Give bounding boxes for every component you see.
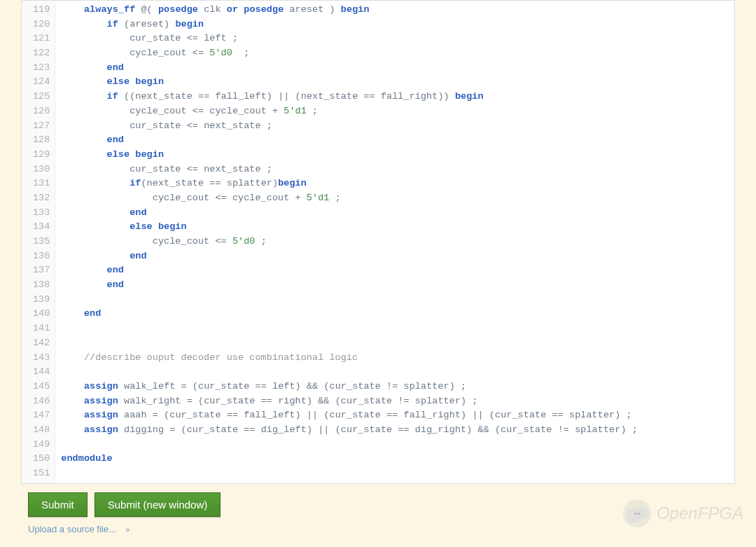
code-line[interactable] (61, 365, 729, 380)
code-line[interactable]: assign aaah = (cur_state == fall_left) |… (61, 408, 729, 423)
content-wrapper: 1191201211221231241251261271281291301311… (0, 0, 756, 534)
code-line[interactable]: end (61, 61, 729, 76)
line-number: 133 (33, 206, 50, 221)
code-line[interactable]: else begin (61, 148, 729, 162)
code-editor[interactable]: 1191201211221231241251261271281291301311… (21, 0, 735, 484)
code-line[interactable] (61, 466, 729, 481)
code-line[interactable]: if ((next_state == fall_left) || (next_s… (61, 90, 729, 104)
line-number: 128 (33, 133, 50, 148)
line-number: 136 (33, 249, 50, 264)
line-number: 139 (33, 293, 50, 307)
line-number: 124 (33, 75, 50, 90)
chevron-down-icon: » (125, 525, 130, 534)
code-line[interactable]: cur_state <= left ; (61, 32, 729, 46)
code-line[interactable]: else begin (61, 220, 729, 235)
code-line[interactable]: assign walk_left = (cur_state == left) &… (61, 380, 729, 394)
code-line[interactable]: end (61, 249, 729, 264)
line-number: 140 (33, 307, 50, 321)
code-line[interactable] (61, 293, 729, 307)
line-number: 121 (33, 32, 50, 46)
line-number: 134 (33, 220, 50, 235)
code-line[interactable]: end (61, 263, 729, 278)
line-number: 135 (33, 235, 50, 249)
line-number: 143 (33, 351, 50, 366)
line-number: 149 (33, 438, 50, 452)
page-container: 1191201211221231241251261271281291301311… (0, 0, 756, 547)
code-line[interactable]: cur_state <= next_state ; (61, 119, 729, 134)
line-number: 130 (33, 162, 50, 177)
line-number: 141 (33, 321, 50, 336)
line-number: 127 (33, 119, 50, 134)
code-line[interactable]: cycle_cout <= cycle_cout + 5'd1 ; (61, 104, 729, 119)
line-number: 122 (33, 46, 50, 61)
code-line[interactable]: always_ff @( posedge clk or posedge ares… (61, 3, 729, 18)
line-number: 148 (33, 423, 50, 438)
code-line[interactable]: end (61, 278, 729, 293)
line-number: 123 (33, 61, 50, 76)
code-line[interactable]: end (61, 206, 729, 221)
code-line[interactable]: else begin (61, 75, 729, 90)
code-line[interactable] (61, 336, 729, 351)
code-line[interactable]: cycle_cout <= 5'd0 ; (61, 46, 729, 61)
line-number: 151 (33, 466, 50, 481)
line-number: 126 (33, 104, 50, 119)
code-line[interactable]: assign digging = (cur_state == dig_left)… (61, 423, 729, 438)
line-number: 150 (33, 452, 50, 466)
code-line[interactable]: if(next_state == splatter)begin (61, 176, 729, 191)
line-number: 145 (33, 380, 50, 394)
code-line[interactable]: endmodule (61, 452, 729, 466)
line-number: 129 (33, 148, 50, 162)
submit-new-window-button[interactable]: Submit (new window) (94, 492, 221, 517)
submit-button[interactable]: Submit (28, 492, 88, 517)
upload-source-link[interactable]: Upload a source file... (28, 524, 116, 534)
line-number: 119 (33, 3, 50, 18)
line-number: 147 (33, 408, 50, 423)
code-lines[interactable]: always_ff @( posedge clk or posedge ares… (55, 1, 734, 483)
code-line[interactable] (61, 438, 729, 452)
line-number: 137 (33, 263, 50, 278)
upload-row: Upload a source file... » (28, 524, 735, 534)
line-number: 142 (33, 336, 50, 351)
code-line[interactable]: end (61, 133, 729, 148)
line-number: 125 (33, 90, 50, 104)
code-line[interactable] (61, 321, 729, 336)
code-line[interactable]: assign walk_right = (cur_state == right)… (61, 394, 729, 409)
line-number: 132 (33, 191, 50, 206)
code-line[interactable]: //describe ouput decoder use combination… (61, 351, 729, 366)
code-line[interactable]: if (areset) begin (61, 18, 729, 32)
code-line[interactable]: cur_state <= next_state ; (61, 162, 729, 177)
line-number: 144 (33, 365, 50, 380)
code-line[interactable]: cycle_cout <= 5'd0 ; (61, 235, 729, 249)
line-number: 120 (33, 18, 50, 32)
line-number-gutter: 1191201211221231241251261271281291301311… (22, 1, 55, 483)
line-number: 146 (33, 394, 50, 409)
line-number: 131 (33, 176, 50, 191)
button-row: Submit Submit (new window) (28, 492, 735, 517)
code-line[interactable]: cycle_cout <= cycle_cout + 5'd1 ; (61, 191, 729, 206)
code-line[interactable]: end (61, 307, 729, 321)
line-number: 138 (33, 278, 50, 293)
